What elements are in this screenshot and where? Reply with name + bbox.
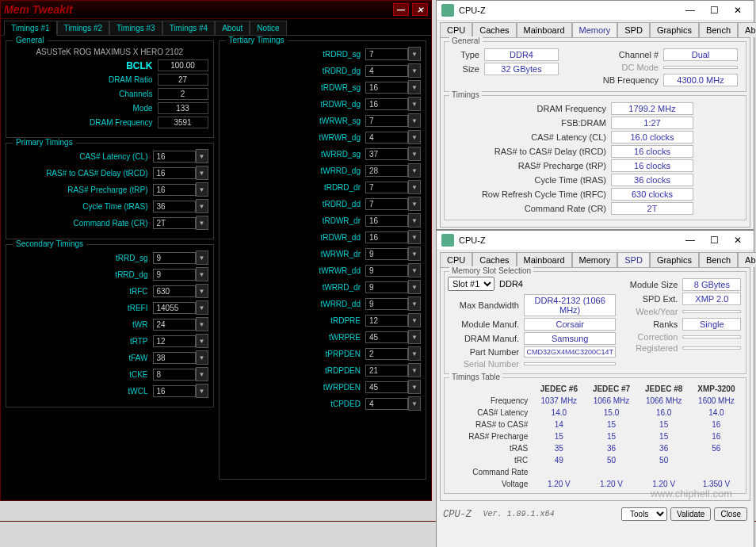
- chevron-down-icon[interactable]: ▼: [196, 149, 208, 163]
- chevron-down-icon[interactable]: ▼: [196, 384, 208, 398]
- chevron-down-icon[interactable]: ▼: [408, 113, 421, 128]
- ras-to-cas-delay-trcd--select[interactable]: 16▼: [153, 166, 208, 180]
- chevron-down-icon[interactable]: ▼: [408, 47, 421, 61]
- twrwr-dg-select[interactable]: 4▼: [365, 130, 421, 144]
- chevron-down-icon[interactable]: ▼: [408, 63, 421, 78]
- slot-select[interactable]: Slot #1: [448, 277, 494, 291]
- twr-select[interactable]: 24▼: [153, 317, 208, 331]
- chevron-down-icon[interactable]: ▼: [408, 163, 421, 178]
- chevron-down-icon[interactable]: ▼: [196, 317, 208, 331]
- twcl-select[interactable]: 16▼: [153, 384, 208, 398]
- tab-notice[interactable]: Notice: [250, 21, 286, 35]
- chevron-down-icon[interactable]: ▼: [196, 199, 208, 213]
- chevron-down-icon[interactable]: ▼: [408, 247, 421, 261]
- trfc-select[interactable]: 630▼: [153, 284, 208, 298]
- tab-mainboard[interactable]: Mainboard: [517, 22, 572, 37]
- twrrd-dr-select[interactable]: 9▼: [365, 280, 421, 294]
- close-button[interactable]: ✕: [727, 232, 749, 248]
- chevron-down-icon[interactable]: ▼: [196, 267, 208, 281]
- chevron-down-icon[interactable]: ▼: [408, 280, 421, 294]
- chevron-down-icon[interactable]: ▼: [408, 296, 421, 311]
- twrrd-dg-select[interactable]: 28▼: [365, 163, 421, 178]
- twrwr-dr-select[interactable]: 9▼: [365, 247, 421, 261]
- tcpded-select[interactable]: 4▼: [365, 396, 421, 411]
- maximize-button[interactable]: ☐: [703, 232, 725, 248]
- trdrd-sg-select[interactable]: 7▼: [365, 47, 421, 61]
- tab-about[interactable]: About: [738, 252, 756, 267]
- chevron-down-icon[interactable]: ▼: [408, 396, 421, 411]
- chevron-down-icon[interactable]: ▼: [196, 284, 208, 298]
- chevron-down-icon[interactable]: ▼: [196, 367, 208, 381]
- minimize-button[interactable]: —: [679, 2, 701, 18]
- chevron-down-icon[interactable]: ▼: [408, 213, 421, 228]
- tab-spd[interactable]: SPD: [617, 22, 650, 37]
- cycle-time-tras--select[interactable]: 36▼: [153, 199, 208, 213]
- trdwr-sg-select[interactable]: 16▼: [365, 80, 421, 94]
- tab-cpu[interactable]: CPU: [440, 22, 472, 37]
- tfaw-select[interactable]: 38▼: [153, 350, 208, 365]
- command-rate-cr--select[interactable]: 2T▼: [153, 216, 208, 230]
- chevron-down-icon[interactable]: ▼: [408, 380, 421, 394]
- chevron-down-icon[interactable]: ▼: [408, 363, 421, 377]
- tab-about[interactable]: About: [738, 22, 756, 37]
- chevron-down-icon[interactable]: ▼: [408, 197, 421, 211]
- trdwr-dg-select[interactable]: 16▼: [365, 97, 421, 111]
- tab-memory[interactable]: Memory: [572, 22, 618, 37]
- tab-mainboard[interactable]: Mainboard: [517, 252, 572, 267]
- trdrd-dd-select[interactable]: 7▼: [365, 197, 421, 211]
- chevron-down-icon[interactable]: ▼: [408, 263, 421, 277]
- tprpden-select[interactable]: 2▼: [365, 346, 421, 361]
- chevron-down-icon[interactable]: ▼: [408, 97, 421, 111]
- chevron-down-icon[interactable]: ▼: [408, 346, 421, 361]
- ras-precharge-trp--select[interactable]: 16▼: [153, 182, 208, 197]
- cpuz-titlebar[interactable]: CPU-Z —☐✕: [437, 231, 754, 251]
- tab-timings-4[interactable]: Timings #4: [162, 21, 216, 35]
- chevron-down-icon[interactable]: ▼: [408, 313, 421, 327]
- twrwr-dd-select[interactable]: 9▼: [365, 263, 421, 277]
- chevron-down-icon[interactable]: ▼: [196, 350, 208, 365]
- chevron-down-icon[interactable]: ▼: [196, 182, 208, 197]
- trdrd-dg-select[interactable]: 4▼: [365, 63, 421, 78]
- validate-button[interactable]: Validate: [670, 507, 711, 521]
- trdpden-select[interactable]: 21▼: [365, 363, 421, 377]
- chevron-down-icon[interactable]: ▼: [196, 334, 208, 348]
- tools-dropdown[interactable]: Tools: [621, 507, 667, 521]
- close-button[interactable]: ✕: [727, 2, 749, 18]
- chevron-down-icon[interactable]: ▼: [408, 80, 421, 94]
- trtp-select[interactable]: 12▼: [153, 334, 208, 348]
- tab-cpu[interactable]: CPU: [440, 252, 472, 267]
- tab-spd[interactable]: SPD: [617, 252, 650, 267]
- tcke-select[interactable]: 8▼: [153, 367, 208, 381]
- close-button[interactable]: ✕: [412, 3, 428, 16]
- tab-about[interactable]: About: [215, 21, 250, 35]
- maximize-button[interactable]: ☐: [703, 2, 725, 18]
- chevron-down-icon[interactable]: ▼: [196, 300, 208, 315]
- tab-timings-3[interactable]: Timings #3: [109, 21, 162, 35]
- minimize-button[interactable]: —: [393, 3, 409, 16]
- trdpre-select[interactable]: 12▼: [365, 313, 421, 327]
- twrrd-sg-select[interactable]: 37▼: [365, 147, 421, 161]
- tab-bench[interactable]: Bench: [699, 252, 738, 267]
- twrpre-select[interactable]: 45▼: [365, 330, 421, 344]
- chevron-down-icon[interactable]: ▼: [408, 147, 421, 161]
- minimize-button[interactable]: —: [679, 232, 701, 248]
- trdrd-dr-select[interactable]: 7▼: [365, 180, 421, 194]
- memtweakit-titlebar[interactable]: Mem TweakIt — ✕: [1, 1, 431, 19]
- tab-timings-1[interactable]: Timings #1: [4, 21, 57, 36]
- tab-bench[interactable]: Bench: [699, 22, 738, 37]
- cas-latency-cl--select[interactable]: 16▼: [153, 149, 208, 163]
- twrrd-dd-select[interactable]: 9▼: [365, 296, 421, 311]
- trdwr-dr-select[interactable]: 16▼: [365, 213, 421, 228]
- tab-caches[interactable]: Caches: [472, 22, 516, 37]
- tab-caches[interactable]: Caches: [472, 252, 516, 267]
- trdwr-dd-select[interactable]: 16▼: [365, 230, 421, 244]
- chevron-down-icon[interactable]: ▼: [196, 216, 208, 230]
- trrd-sg-select[interactable]: 9▼: [153, 251, 208, 265]
- trefi-select[interactable]: 14055▼: [153, 300, 208, 315]
- chevron-down-icon[interactable]: ▼: [408, 330, 421, 344]
- trrd-dg-select[interactable]: 9▼: [153, 267, 208, 281]
- tab-graphics[interactable]: Graphics: [650, 252, 699, 267]
- tab-timings-2[interactable]: Timings #2: [57, 21, 110, 35]
- tab-graphics[interactable]: Graphics: [650, 22, 699, 37]
- chevron-down-icon[interactable]: ▼: [196, 166, 208, 180]
